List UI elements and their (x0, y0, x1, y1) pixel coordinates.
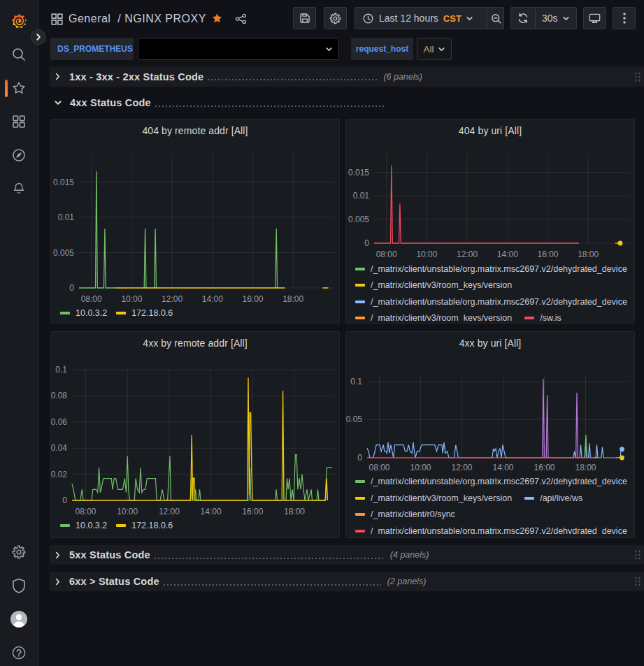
svg-text:18:00: 18:00 (284, 507, 305, 516)
svg-text:0.08: 0.08 (51, 391, 67, 400)
svg-text:10:00: 10:00 (117, 507, 138, 516)
svg-text:10:00: 10:00 (121, 294, 142, 304)
svg-text:12:00: 12:00 (159, 507, 180, 516)
svg-text:18:00: 18:00 (282, 294, 303, 304)
svg-text:16:00: 16:00 (242, 294, 263, 304)
svg-text:0.015: 0.015 (53, 178, 74, 187)
svg-text:0.005: 0.005 (53, 248, 74, 258)
svg-text:0.01: 0.01 (58, 212, 75, 222)
svg-text:0.06: 0.06 (51, 417, 67, 427)
svg-text:14:00: 14:00 (201, 507, 222, 516)
svg-text:08:00: 08:00 (81, 294, 102, 304)
svg-text:0.1: 0.1 (55, 365, 67, 375)
svg-text:0: 0 (62, 495, 67, 505)
svg-text:12:00: 12:00 (162, 294, 183, 304)
svg-text:14:00: 14:00 (202, 294, 223, 304)
svg-text:16:00: 16:00 (242, 507, 263, 516)
svg-text:0.02: 0.02 (51, 470, 67, 479)
svg-text:0.04: 0.04 (51, 443, 67, 453)
svg-text:08:00: 08:00 (75, 507, 96, 516)
svg-text:0: 0 (69, 283, 74, 293)
